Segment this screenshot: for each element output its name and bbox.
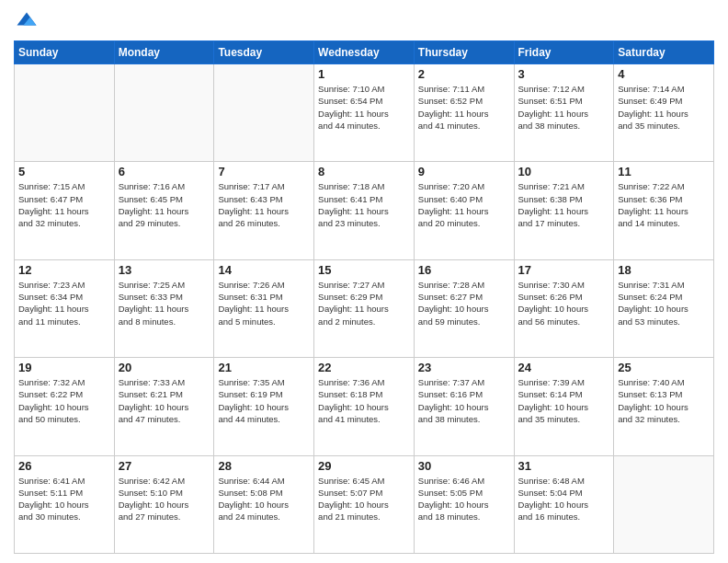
day-number: 12 bbox=[18, 263, 110, 277]
day-cell: 16Sunrise: 7:28 AM Sunset: 6:27 PM Dayli… bbox=[414, 259, 514, 357]
day-cell bbox=[214, 64, 314, 162]
day-number: 26 bbox=[18, 459, 110, 473]
day-cell: 7Sunrise: 7:17 AM Sunset: 6:43 PM Daylig… bbox=[214, 162, 314, 259]
day-cell: 13Sunrise: 7:25 AM Sunset: 6:33 PM Dayli… bbox=[114, 259, 214, 357]
day-cell: 2Sunrise: 7:11 AM Sunset: 6:52 PM Daylig… bbox=[414, 64, 514, 162]
day-number: 5 bbox=[18, 165, 110, 178]
day-number: 23 bbox=[418, 361, 510, 374]
day-number: 2 bbox=[418, 67, 510, 81]
day-cell: 23Sunrise: 7:37 AM Sunset: 6:16 PM Dayli… bbox=[414, 358, 514, 455]
day-number: 15 bbox=[318, 263, 410, 277]
day-number: 19 bbox=[18, 361, 110, 374]
day-number: 25 bbox=[618, 361, 710, 374]
weekday-header-row: SundayMondayTuesdayWednesdayThursdayFrid… bbox=[15, 41, 714, 64]
week-row-1: 5Sunrise: 7:15 AM Sunset: 6:47 PM Daylig… bbox=[15, 162, 714, 259]
day-info: Sunrise: 7:12 AM Sunset: 6:51 PM Dayligh… bbox=[518, 83, 610, 132]
calendar-table: SundayMondayTuesdayWednesdayThursdayFrid… bbox=[14, 40, 714, 554]
logo-icon bbox=[14, 9, 40, 35]
day-info: Sunrise: 6:41 AM Sunset: 5:11 PM Dayligh… bbox=[18, 475, 110, 523]
day-cell: 11Sunrise: 7:22 AM Sunset: 6:36 PM Dayli… bbox=[614, 162, 714, 259]
weekday-sunday: Sunday bbox=[15, 41, 115, 64]
day-number: 10 bbox=[518, 165, 610, 178]
day-cell: 10Sunrise: 7:21 AM Sunset: 6:38 PM Dayli… bbox=[514, 162, 614, 259]
day-info: Sunrise: 7:30 AM Sunset: 6:26 PM Dayligh… bbox=[518, 279, 610, 327]
day-cell: 5Sunrise: 7:15 AM Sunset: 6:47 PM Daylig… bbox=[15, 162, 115, 259]
day-number: 7 bbox=[218, 165, 310, 178]
day-number: 3 bbox=[518, 67, 610, 81]
day-cell: 14Sunrise: 7:26 AM Sunset: 6:31 PM Dayli… bbox=[214, 259, 314, 357]
day-number: 22 bbox=[318, 361, 410, 374]
day-info: Sunrise: 7:22 AM Sunset: 6:36 PM Dayligh… bbox=[618, 180, 710, 229]
weekday-wednesday: Wednesday bbox=[314, 41, 415, 64]
day-number: 9 bbox=[418, 165, 510, 178]
day-cell: 8Sunrise: 7:18 AM Sunset: 6:41 PM Daylig… bbox=[314, 162, 415, 259]
header bbox=[14, 9, 714, 35]
day-info: Sunrise: 7:23 AM Sunset: 6:34 PM Dayligh… bbox=[18, 279, 110, 327]
day-cell: 9Sunrise: 7:20 AM Sunset: 6:40 PM Daylig… bbox=[414, 162, 514, 259]
day-info: Sunrise: 7:20 AM Sunset: 6:40 PM Dayligh… bbox=[418, 180, 510, 229]
day-info: Sunrise: 7:16 AM Sunset: 6:45 PM Dayligh… bbox=[119, 180, 210, 229]
day-info: Sunrise: 6:44 AM Sunset: 5:08 PM Dayligh… bbox=[218, 475, 310, 523]
day-cell: 4Sunrise: 7:14 AM Sunset: 6:49 PM Daylig… bbox=[614, 64, 714, 162]
day-info: Sunrise: 7:21 AM Sunset: 6:38 PM Dayligh… bbox=[518, 180, 610, 229]
day-cell: 28Sunrise: 6:44 AM Sunset: 5:08 PM Dayli… bbox=[214, 455, 314, 553]
day-info: Sunrise: 7:33 AM Sunset: 6:21 PM Dayligh… bbox=[119, 376, 210, 425]
day-number: 17 bbox=[518, 263, 610, 277]
day-cell: 19Sunrise: 7:32 AM Sunset: 6:22 PM Dayli… bbox=[15, 358, 115, 455]
day-cell: 24Sunrise: 7:39 AM Sunset: 6:14 PM Dayli… bbox=[514, 358, 614, 455]
day-info: Sunrise: 7:18 AM Sunset: 6:41 PM Dayligh… bbox=[318, 180, 410, 229]
day-cell bbox=[15, 64, 115, 162]
day-info: Sunrise: 7:35 AM Sunset: 6:19 PM Dayligh… bbox=[218, 376, 310, 425]
day-info: Sunrise: 7:39 AM Sunset: 6:14 PM Dayligh… bbox=[518, 376, 610, 425]
day-info: Sunrise: 6:42 AM Sunset: 5:10 PM Dayligh… bbox=[119, 475, 210, 523]
day-info: Sunrise: 7:14 AM Sunset: 6:49 PM Dayligh… bbox=[618, 83, 710, 132]
day-cell: 21Sunrise: 7:35 AM Sunset: 6:19 PM Dayli… bbox=[214, 358, 314, 455]
day-number: 28 bbox=[218, 459, 310, 473]
day-cell: 17Sunrise: 7:30 AM Sunset: 6:26 PM Dayli… bbox=[514, 259, 614, 357]
day-cell: 15Sunrise: 7:27 AM Sunset: 6:29 PM Dayli… bbox=[314, 259, 415, 357]
weekday-saturday: Saturday bbox=[614, 41, 714, 64]
day-number: 27 bbox=[119, 459, 210, 473]
day-cell: 18Sunrise: 7:31 AM Sunset: 6:24 PM Dayli… bbox=[614, 259, 714, 357]
day-info: Sunrise: 7:32 AM Sunset: 6:22 PM Dayligh… bbox=[18, 376, 110, 425]
day-info: Sunrise: 7:36 AM Sunset: 6:18 PM Dayligh… bbox=[318, 376, 410, 425]
day-cell: 3Sunrise: 7:12 AM Sunset: 6:51 PM Daylig… bbox=[514, 64, 614, 162]
day-info: Sunrise: 7:28 AM Sunset: 6:27 PM Dayligh… bbox=[418, 279, 510, 327]
day-cell: 20Sunrise: 7:33 AM Sunset: 6:21 PM Dayli… bbox=[114, 358, 214, 455]
day-info: Sunrise: 6:48 AM Sunset: 5:04 PM Dayligh… bbox=[518, 475, 610, 523]
day-cell: 27Sunrise: 6:42 AM Sunset: 5:10 PM Dayli… bbox=[114, 455, 214, 553]
day-number: 21 bbox=[218, 361, 310, 374]
day-number: 11 bbox=[618, 165, 710, 178]
day-info: Sunrise: 7:31 AM Sunset: 6:24 PM Dayligh… bbox=[618, 279, 710, 327]
day-number: 16 bbox=[418, 263, 510, 277]
day-number: 18 bbox=[618, 263, 710, 277]
day-number: 4 bbox=[618, 67, 710, 81]
day-info: Sunrise: 7:27 AM Sunset: 6:29 PM Dayligh… bbox=[318, 279, 410, 327]
week-row-2: 12Sunrise: 7:23 AM Sunset: 6:34 PM Dayli… bbox=[15, 259, 714, 357]
day-number: 14 bbox=[218, 263, 310, 277]
day-number: 24 bbox=[518, 361, 610, 374]
day-number: 1 bbox=[318, 67, 410, 81]
day-cell: 12Sunrise: 7:23 AM Sunset: 6:34 PM Dayli… bbox=[15, 259, 115, 357]
day-number: 30 bbox=[418, 459, 510, 473]
page: SundayMondayTuesdayWednesdayThursdayFrid… bbox=[0, 0, 728, 563]
week-row-4: 26Sunrise: 6:41 AM Sunset: 5:11 PM Dayli… bbox=[15, 455, 714, 553]
day-cell: 26Sunrise: 6:41 AM Sunset: 5:11 PM Dayli… bbox=[15, 455, 115, 553]
day-info: Sunrise: 7:40 AM Sunset: 6:13 PM Dayligh… bbox=[618, 376, 710, 425]
day-info: Sunrise: 7:26 AM Sunset: 6:31 PM Dayligh… bbox=[218, 279, 310, 327]
day-info: Sunrise: 7:11 AM Sunset: 6:52 PM Dayligh… bbox=[418, 83, 510, 132]
day-info: Sunrise: 7:10 AM Sunset: 6:54 PM Dayligh… bbox=[318, 83, 410, 132]
weekday-friday: Friday bbox=[514, 41, 614, 64]
day-info: Sunrise: 7:15 AM Sunset: 6:47 PM Dayligh… bbox=[18, 180, 110, 229]
day-cell: 1Sunrise: 7:10 AM Sunset: 6:54 PM Daylig… bbox=[314, 64, 415, 162]
day-info: Sunrise: 6:45 AM Sunset: 5:07 PM Dayligh… bbox=[318, 475, 410, 523]
day-cell: 30Sunrise: 6:46 AM Sunset: 5:05 PM Dayli… bbox=[414, 455, 514, 553]
day-number: 31 bbox=[518, 459, 610, 473]
day-number: 6 bbox=[119, 165, 210, 178]
day-cell: 6Sunrise: 7:16 AM Sunset: 6:45 PM Daylig… bbox=[114, 162, 214, 259]
week-row-0: 1Sunrise: 7:10 AM Sunset: 6:54 PM Daylig… bbox=[15, 64, 714, 162]
week-row-3: 19Sunrise: 7:32 AM Sunset: 6:22 PM Dayli… bbox=[15, 358, 714, 455]
day-number: 20 bbox=[119, 361, 210, 374]
logo bbox=[14, 9, 43, 35]
day-number: 8 bbox=[318, 165, 410, 178]
